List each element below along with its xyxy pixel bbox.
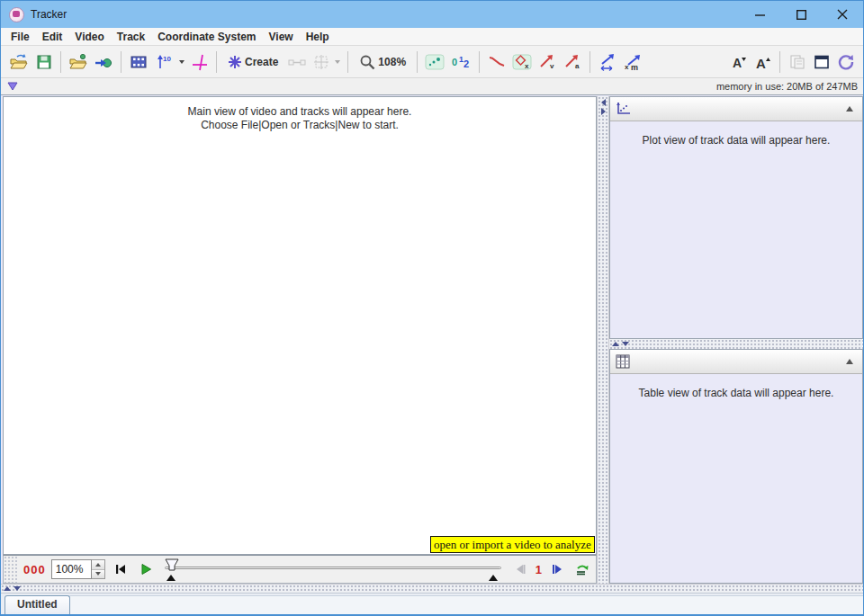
open-library-button[interactable]: [66, 49, 91, 74]
point-labels-button[interactable]: 0 1 2: [447, 49, 474, 74]
create-button-label: Create: [245, 56, 278, 68]
font-smaller-icon: A: [730, 53, 748, 71]
plot-view-panel: Plot view of track data will appear here…: [609, 96, 863, 339]
in-point-marker[interactable]: [166, 575, 176, 581]
menu-edit[interactable]: Edit: [36, 29, 69, 45]
copy-image-button[interactable]: [785, 49, 809, 74]
trace-button[interactable]: [484, 49, 509, 74]
table-panel-collapse-button[interactable]: [842, 353, 858, 370]
collapse-up-icon: [845, 358, 854, 365]
stretch-acceleration-icon: x m: [623, 53, 644, 71]
font-smaller-button[interactable]: A: [726, 49, 751, 74]
content-area: Main view of video and tracks will appea…: [1, 95, 863, 593]
playback-rate-input[interactable]: [51, 559, 92, 579]
splitter-expand-right-icon[interactable]: [601, 108, 606, 115]
font-larger-button[interactable]: A: [751, 49, 775, 74]
minimize-button[interactable]: [739, 1, 780, 28]
go-to-start-icon: [113, 562, 128, 576]
plot-table-splitter[interactable]: [609, 339, 863, 349]
out-point-marker[interactable]: [489, 575, 498, 581]
slider-thumb[interactable]: [165, 558, 179, 575]
step-forward-button[interactable]: [547, 559, 567, 579]
menu-track[interactable]: Track: [111, 29, 151, 45]
splitter-collapse-left-icon[interactable]: [601, 99, 606, 106]
stretch-velocity-icon: [598, 53, 617, 71]
table-panel-placeholder: Table view of track data will appear her…: [610, 387, 862, 399]
main-video-view[interactable]: Main view of video and tracks will appea…: [3, 96, 597, 555]
player-grip[interactable]: [4, 556, 18, 583]
window-controls: [739, 1, 863, 28]
notes-drop-triangle-icon[interactable]: [6, 81, 19, 92]
up-arrow-icon: [95, 563, 101, 567]
video-player-bar: 000: [3, 555, 597, 584]
copy-image-icon: [788, 53, 806, 71]
calibration-stick-button[interactable]: [284, 49, 310, 74]
axes-icon: [191, 53, 209, 71]
title-bar: Tracker: [1, 1, 863, 28]
tab-untitled[interactable]: Untitled: [4, 595, 70, 614]
open-library-icon: [68, 53, 88, 71]
svg-text:0: 0: [452, 57, 457, 67]
clip-settings-icon: [130, 53, 148, 71]
offset-origin-dropdown-caret: [335, 60, 340, 64]
desktop-window-button[interactable]: [809, 49, 833, 74]
tracker-window: Tracker File Edit Video Track Coordinate…: [0, 0, 864, 616]
down-arrow-icon: [95, 572, 101, 576]
slider-track[interactable]: [165, 567, 501, 569]
plot-panel-collapse-button[interactable]: [842, 101, 858, 117]
positions-button[interactable]: x: [509, 49, 535, 74]
splitter-expand-down-icon[interactable]: [622, 342, 629, 346]
rate-down-button[interactable]: [92, 570, 104, 579]
toolbar-separator: [417, 51, 418, 73]
splitter-collapse-up-icon[interactable]: [4, 586, 11, 591]
loop-button[interactable]: [572, 559, 592, 579]
create-button[interactable]: Create: [221, 49, 284, 74]
close-icon: [837, 9, 848, 20]
close-button[interactable]: [822, 1, 863, 28]
rate-up-button[interactable]: [92, 560, 104, 570]
stretch-velocity-button[interactable]: [595, 49, 620, 74]
svg-text:m: m: [631, 63, 638, 71]
collapse-up-icon: [845, 105, 854, 112]
main-right-splitter[interactable]: [597, 96, 609, 584]
bottom-splitter[interactable]: [1, 584, 863, 593]
splitter-expand-down-icon[interactable]: [14, 586, 21, 591]
splitter-collapse-up-icon[interactable]: [612, 342, 619, 346]
open-button[interactable]: [6, 49, 32, 74]
frame-slider[interactable]: [165, 558, 501, 581]
calibration-dropdown-caret: [179, 60, 184, 64]
clip-settings-button[interactable]: [126, 49, 150, 74]
calibration-stick-icon: [287, 53, 307, 71]
play-button[interactable]: [136, 559, 156, 579]
zoom-button[interactable]: 108%: [353, 49, 412, 74]
table-view-icon[interactable]: [615, 353, 631, 370]
calibration-tools-button[interactable]: 10: [150, 49, 187, 74]
point-labels-icon: 0 1 2: [450, 53, 472, 71]
menu-view[interactable]: View: [263, 29, 300, 45]
status-bar: memory in use: 20MB of 247MB: [1, 78, 863, 95]
trails-button[interactable]: [422, 49, 447, 74]
axes-button[interactable]: [187, 49, 212, 74]
table-panel-header: [610, 350, 862, 374]
step-size[interactable]: 1: [536, 563, 542, 576]
svg-text:x: x: [525, 62, 529, 70]
menu-coordinate-system[interactable]: Coordinate System: [151, 29, 262, 45]
svg-text:a: a: [575, 62, 580, 70]
maximize-button[interactable]: [780, 1, 822, 28]
create-star-icon: [228, 55, 242, 69]
stretch-acceleration-button[interactable]: x m: [620, 49, 647, 74]
menu-video[interactable]: Video: [68, 29, 110, 45]
menu-file[interactable]: File: [4, 29, 36, 45]
toolbar-separator: [590, 51, 590, 73]
offset-origin-button[interactable]: [310, 49, 343, 74]
velocity-vectors-button[interactable]: v: [535, 49, 560, 74]
plot-view-icon[interactable]: [615, 101, 633, 117]
acceleration-vectors-button[interactable]: a: [560, 49, 585, 74]
plot-panel-placeholder: Plot view of track data will appear here…: [610, 134, 862, 147]
menu-help[interactable]: Help: [300, 29, 336, 45]
import-data-button[interactable]: [91, 49, 116, 74]
go-to-start-button[interactable]: [111, 559, 130, 579]
refresh-button[interactable]: [833, 49, 858, 74]
save-button[interactable]: [32, 49, 56, 74]
step-back-button[interactable]: [510, 559, 530, 579]
